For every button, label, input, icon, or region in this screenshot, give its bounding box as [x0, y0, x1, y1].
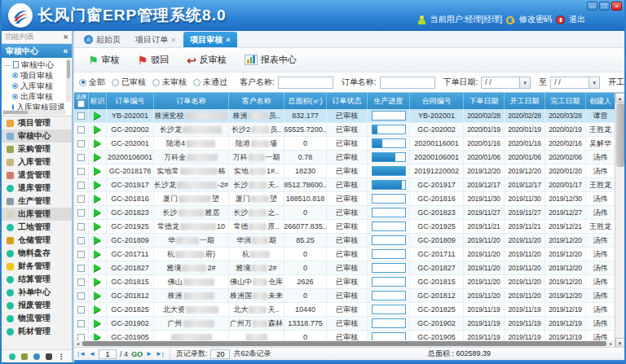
column-header[interactable]: 订单名称	[154, 93, 229, 109]
calendar-dropdown-icon[interactable]: ▼	[520, 77, 531, 89]
row-checkbox[interactable]	[77, 265, 85, 272]
column-header[interactable]: 合同编号	[410, 93, 464, 109]
table-row[interactable]: GC-201815佛山佛山中仓库2626已审核GC-2018152019/11/…	[74, 275, 624, 289]
maximize-button[interactable]: □	[599, 2, 610, 11]
tab-close-icon[interactable]: ×	[171, 36, 175, 44]
sidebar-item[interactable]: 生产管理	[2, 195, 72, 208]
more-icon[interactable]: ⋮	[58, 353, 65, 360]
prev-page-button[interactable]: ◄	[89, 350, 95, 357]
table-row[interactable]: GC-201823长沙雅居长沙之..0已审核GC-2018232019/11/2…	[74, 206, 624, 220]
dot-icon[interactable]	[9, 353, 15, 360]
column-header[interactable]: 生产进度	[368, 93, 410, 109]
radio-option[interactable]	[152, 79, 160, 86]
tree-item[interactable]: 出库审核	[4, 91, 65, 102]
first-page-button[interactable]: |◄	[77, 350, 86, 357]
sidebar-item[interactable]: 出库管理	[2, 208, 72, 221]
order-date-input[interactable]: / /	[481, 77, 520, 89]
table-row[interactable]: GC-201809华一期华润期85.25已审核GC-2018092019/11/…	[74, 234, 624, 248]
tree-item[interactable]: 项目审核	[4, 70, 65, 81]
tree-vertical-scrollbar[interactable]	[66, 59, 71, 102]
column-header[interactable]: 订单编号	[107, 93, 154, 109]
scroll-down-icon[interactable]: ▼	[615, 338, 625, 347]
radio-label[interactable]: 全部	[89, 77, 105, 88]
row-checkbox[interactable]	[77, 195, 85, 203]
row-checkbox[interactable]	[77, 292, 85, 300]
row-checkbox[interactable]	[77, 154, 85, 161]
row-checkbox[interactable]	[77, 182, 85, 189]
table-row[interactable]: YB-202001株洲党校株洲员..832.177已审核YB-202001202…	[74, 109, 624, 123]
row-checkbox[interactable]	[77, 320, 85, 327]
sidebar-item[interactable]: 财务管理	[2, 260, 72, 273]
sidebar-item[interactable]: 采购管理	[2, 143, 72, 156]
sidebar-item[interactable]: 补单中心	[2, 286, 72, 299]
horizontal-scroll-thumb[interactable]	[82, 341, 606, 346]
sidebar-item[interactable]: 耗材管理	[2, 325, 72, 338]
tree-root[interactable]: — 审核中心	[4, 59, 65, 70]
row-checkbox[interactable]	[77, 140, 85, 147]
column-header[interactable]: 选择	[74, 93, 89, 109]
column-header[interactable]: 创建人	[586, 93, 615, 109]
order-date-end-input[interactable]: / /	[550, 77, 589, 89]
order-name-input[interactable]	[380, 77, 435, 89]
tab-item[interactable]: ⌂起始页	[77, 32, 127, 47]
scroll-right-icon[interactable]: ►	[607, 340, 615, 347]
scroll-left-icon[interactable]: ◄	[74, 340, 82, 347]
table-row[interactable]: GC-202002长沙龙长沙2员..65525.7200..已审核GC-2020…	[74, 123, 624, 137]
table-row[interactable]: GC-201812株洲株洲国未来0已审核GC-2018122019/11/202…	[74, 289, 624, 303]
table-row[interactable]: GC-201925常德龙10常德原..266077.835..已审核GC-201…	[74, 220, 624, 234]
sidebar-item[interactable]: 退货管理	[2, 169, 72, 182]
table-row[interactable]: 20200106001万科金万科一期0.78已审核202001060012020…	[74, 151, 624, 164]
radio-label[interactable]: 未审核	[162, 77, 187, 88]
table-row[interactable]: GC-201825北大资北大天..10440已审核GC-2018252019/1…	[74, 303, 624, 317]
column-header[interactable]: 客户名称	[229, 93, 284, 109]
tab-active[interactable]: 项目审核×	[183, 32, 236, 47]
sidebar-item[interactable]: 项目管理	[2, 116, 72, 129]
column-header[interactable]: 标识	[89, 93, 107, 109]
next-page-button[interactable]: ►	[146, 350, 152, 357]
customer-name-input[interactable]	[278, 77, 333, 89]
pin-icon[interactable]: ✚	[61, 33, 70, 42]
table-row[interactable]: GC-201902广州广州万森林13318.775已审核GC-201902201…	[74, 317, 624, 331]
book-icon[interactable]	[46, 353, 52, 360]
table-row[interactable]: GC-201711杭府)杭0已审核GC-2017112019/11/202019…	[74, 248, 624, 261]
tree-item[interactable]: 入库审核	[4, 81, 65, 91]
grid-horizontal-scrollbar[interactable]: ◄ ►	[74, 340, 615, 347]
row-checkbox[interactable]	[77, 112, 85, 120]
row-checkbox[interactable]	[77, 126, 85, 134]
column-header[interactable]: 完工日期	[545, 93, 586, 109]
page-number-input[interactable]	[99, 349, 117, 359]
table-row[interactable]: GC-201917长沙龙-2#长沙天..8512.78600..已审核GC-20…	[74, 178, 624, 192]
column-header[interactable]: 总面积(㎡)	[284, 93, 327, 109]
vertical-scroll-thumb[interactable]	[616, 103, 624, 167]
tab-item[interactable]: 项目订单×	[129, 32, 182, 47]
report-center-button[interactable]: 报表中心	[237, 50, 304, 69]
sidebar-item[interactable]: 退库管理	[2, 182, 72, 195]
radio-label[interactable]: 未通过	[203, 77, 227, 88]
sidebar-item[interactable]: 报废管理	[2, 299, 72, 312]
row-checkbox[interactable]	[77, 237, 85, 244]
close-button[interactable]: ×	[611, 2, 622, 11]
go-button[interactable]: GO	[131, 350, 143, 358]
radio-option[interactable]	[112, 79, 119, 86]
sidebar-item[interactable]: 物流管理	[2, 312, 72, 325]
radio-label[interactable]: 已审核	[121, 77, 146, 88]
grid-vertical-scrollbar[interactable]: ▲ ▼	[615, 93, 624, 347]
sidebar-item[interactable]: 仓储管理	[2, 234, 72, 247]
sidebar-item[interactable]: 物料盘存	[2, 247, 72, 260]
scroll-up-icon[interactable]: ▲	[615, 93, 625, 103]
table-row[interactable]: GC-2018178实地常栋实地1#..18230已审核201912200022…	[74, 164, 624, 178]
minimize-button[interactable]: —	[587, 2, 597, 11]
row-checkbox[interactable]	[77, 278, 85, 286]
change-password-link[interactable]: 修改密码	[519, 14, 552, 25]
sidebar-item[interactable]: 审核中心	[2, 129, 72, 143]
toolbar-button[interactable]: ⚑审核	[81, 50, 127, 69]
table-row[interactable]: GC-202001陆港4陆港墙0已审核202001160012020/01/16…	[74, 137, 624, 151]
sidebar-item[interactable]: 工地管理	[2, 221, 72, 234]
leaf-icon[interactable]	[33, 353, 40, 360]
page-size-input[interactable]	[210, 349, 230, 359]
column-header[interactable]: 开工日期	[505, 93, 545, 109]
row-checkbox[interactable]	[77, 306, 85, 314]
row-checkbox[interactable]	[77, 209, 85, 217]
toolbar-button[interactable]: ↩反审核	[179, 50, 234, 69]
toolbar-button[interactable]: ⚑驳回	[130, 50, 177, 69]
